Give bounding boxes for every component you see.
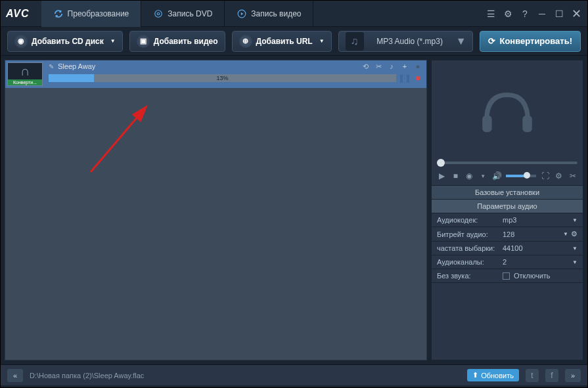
stop-button[interactable]: ■ xyxy=(451,171,461,181)
cut-icon[interactable]: ✂ xyxy=(568,171,577,181)
chevron-down-icon[interactable]: ▼ xyxy=(572,217,577,223)
add-video-button[interactable]: ▣ Добавить видео xyxy=(129,31,225,52)
item-thumbnail: ∩ Конверти... xyxy=(7,62,43,86)
upload-icon: ⬆ xyxy=(472,371,478,379)
settings-icon[interactable]: ⚙ xyxy=(554,171,564,181)
tab-dvd[interactable]: Запись DVD xyxy=(141,1,225,27)
chevron-down-icon[interactable]: ▼ xyxy=(563,231,568,237)
button-label: Добавить видео xyxy=(154,37,218,46)
list-item[interactable]: ∩ Конверти... ✎ Sleep Away ⟲ ✂ ♪ + ● xyxy=(5,60,426,88)
music-icon: ♫ xyxy=(346,32,364,51)
setting-row: Без звука:Отключить xyxy=(432,269,583,283)
help-icon[interactable]: ? xyxy=(519,8,531,20)
disc-icon xyxy=(153,9,164,19)
volume-slider[interactable] xyxy=(506,175,537,177)
svg-point-0 xyxy=(155,10,162,17)
collapse-right-button[interactable]: » xyxy=(565,369,581,382)
button-label: Добавить URL xyxy=(256,37,313,46)
setting-row: Аудиокодек:mp3▼ xyxy=(432,213,583,227)
stop-button[interactable]: ■ xyxy=(413,74,422,83)
svg-rect-4 xyxy=(482,116,491,132)
chevron-down-icon[interactable]: ▼ xyxy=(572,246,577,251)
output-path: D:\Новая папка (2)\Sleep Away.flac xyxy=(30,372,461,379)
preview-panel xyxy=(432,60,583,159)
play-icon xyxy=(237,9,247,19)
refresh-icon xyxy=(53,9,64,19)
film-plus-icon: ▣ xyxy=(137,35,150,48)
menu-icon[interactable]: ☰ xyxy=(485,8,497,20)
seek-slider[interactable] xyxy=(437,162,577,164)
chevron-down-icon[interactable]: ▼ xyxy=(478,171,488,181)
pause-button[interactable]: ❚❚ xyxy=(400,74,409,83)
annotation-arrow xyxy=(84,100,176,179)
gear-icon[interactable]: ⚙ xyxy=(571,230,577,238)
settings-header: Базовые установки xyxy=(432,186,583,200)
volume-icon[interactable]: 🔊 xyxy=(492,171,502,181)
twitter-icon[interactable]: t xyxy=(526,369,539,382)
play-button[interactable]: ▶ xyxy=(437,171,447,181)
snapshot-button[interactable]: ◉ xyxy=(464,171,474,181)
settings-icon[interactable]: ⚙ xyxy=(502,8,514,20)
app-logo: AVC xyxy=(6,8,30,20)
edit-icon[interactable]: ✎ xyxy=(49,63,54,70)
refresh-icon[interactable]: ⟲ xyxy=(361,62,370,71)
output-format-selector[interactable]: ♫ MP3 Audio (*.mp3) ▼ xyxy=(338,31,474,52)
tab-label: Запись DVD xyxy=(168,9,212,18)
chevron-down-icon: ▼ xyxy=(319,38,325,44)
facebook-icon[interactable]: f xyxy=(545,369,558,382)
headphones-icon xyxy=(478,83,537,136)
maximize-icon[interactable]: ☐ xyxy=(553,8,565,20)
setting-row: Битрейт аудио:128▼⚙ xyxy=(432,227,583,242)
disc-plus-icon: ◉ xyxy=(14,35,28,48)
refresh-icon: ⟳ xyxy=(488,36,495,46)
file-list: ∩ Конверти... ✎ Sleep Away ⟲ ✂ ♪ + ● xyxy=(5,60,427,360)
svg-line-3 xyxy=(91,106,147,172)
svg-point-1 xyxy=(158,12,160,15)
add-url-button[interactable]: ⊕ Добавить URL ▼ xyxy=(232,31,332,52)
settings-subheader: Параметры аудио xyxy=(432,200,583,213)
status-badge: Конверти... xyxy=(8,79,42,85)
format-label: MP3 Audio (*.mp3) xyxy=(371,37,449,46)
headphones-icon: ∩ xyxy=(8,63,42,79)
chevron-down-icon: ▼ xyxy=(110,38,116,44)
button-label: Конвертировать! xyxy=(499,36,572,46)
svg-rect-5 xyxy=(522,116,531,132)
plus-icon[interactable]: + xyxy=(400,62,409,71)
globe-plus-icon: ⊕ xyxy=(239,35,252,48)
expand-icon[interactable]: ⛶ xyxy=(540,171,550,181)
button-label: Добавить CD диск xyxy=(32,37,104,46)
setting-row: Аудиоканалы:2▼ xyxy=(432,255,583,269)
tab-label: Запись видео xyxy=(251,9,301,18)
cut-icon[interactable]: ✂ xyxy=(374,62,383,71)
tab-record[interactable]: Запись видео xyxy=(225,1,313,27)
progress-percent: 13% xyxy=(216,75,228,81)
chevron-down-icon[interactable]: ▼ xyxy=(572,259,577,265)
collapse-left-button[interactable]: « xyxy=(7,369,23,382)
chevron-down-icon: ▼ xyxy=(456,35,466,47)
checkbox[interactable] xyxy=(503,272,510,280)
add-cd-button[interactable]: ◉ Добавить CD диск ▼ xyxy=(7,31,123,52)
update-button[interactable]: ⬆ Обновить xyxy=(467,369,519,381)
tab-label: Преобразование xyxy=(68,9,129,18)
item-title: Sleep Away xyxy=(58,62,95,70)
convert-button[interactable]: ⟳ Конвертировать! xyxy=(480,31,581,52)
music-icon[interactable]: ♪ xyxy=(387,62,396,71)
tab-convert[interactable]: Преобразование xyxy=(41,1,142,27)
circle-icon[interactable]: ● xyxy=(413,62,422,71)
setting-row: частата выбарки:44100▼ xyxy=(432,242,583,255)
progress-bar: 13% xyxy=(49,74,396,82)
minimize-icon[interactable]: ─ xyxy=(536,8,548,20)
close-icon[interactable]: ✕ xyxy=(570,8,582,20)
